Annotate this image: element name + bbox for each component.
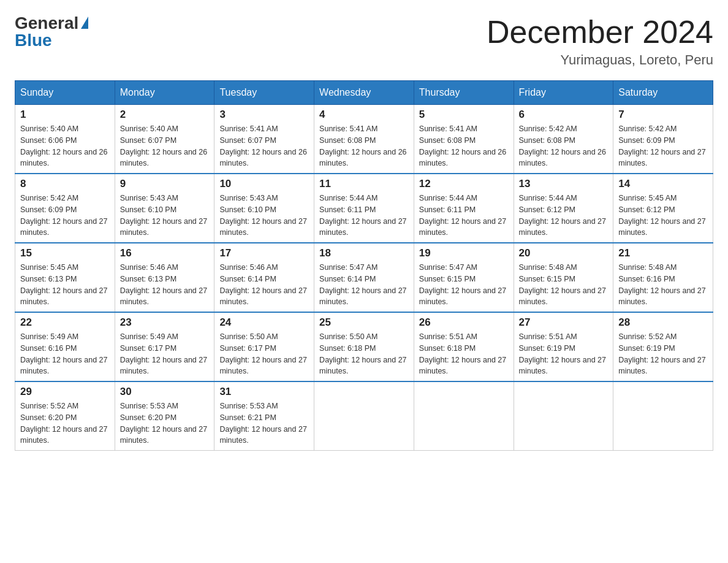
table-row: 15Sunrise: 5:45 AMSunset: 6:13 PMDayligh…	[15, 243, 115, 312]
day-info: Sunrise: 5:47 AMSunset: 6:15 PMDaylight:…	[419, 262, 509, 308]
table-row: 29Sunrise: 5:52 AMSunset: 6:20 PMDayligh…	[15, 381, 115, 451]
day-info: Sunrise: 5:50 AMSunset: 6:17 PMDaylight:…	[219, 331, 309, 377]
day-number: 31	[219, 386, 309, 398]
table-row	[414, 381, 514, 451]
logo: General Blue	[15, 15, 88, 49]
day-number: 6	[519, 109, 609, 121]
calendar-header-row: SundayMondayTuesdayWednesdayThursdayFrid…	[15, 81, 713, 105]
day-info: Sunrise: 5:50 AMSunset: 6:18 PMDaylight:…	[319, 331, 409, 377]
day-info: Sunrise: 5:42 AMSunset: 6:09 PMDaylight:…	[20, 193, 110, 239]
day-info: Sunrise: 5:45 AMSunset: 6:13 PMDaylight:…	[20, 262, 110, 308]
day-info: Sunrise: 5:46 AMSunset: 6:14 PMDaylight:…	[219, 262, 309, 308]
day-number: 10	[219, 178, 309, 190]
day-number: 5	[419, 109, 509, 121]
day-info: Sunrise: 5:42 AMSunset: 6:08 PMDaylight:…	[519, 123, 609, 169]
table-row: 27Sunrise: 5:51 AMSunset: 6:19 PMDayligh…	[514, 312, 613, 381]
table-row: 25Sunrise: 5:50 AMSunset: 6:18 PMDayligh…	[314, 312, 414, 381]
calendar-week-row: 8Sunrise: 5:42 AMSunset: 6:09 PMDaylight…	[15, 174, 713, 243]
day-info: Sunrise: 5:43 AMSunset: 6:10 PMDaylight:…	[120, 193, 210, 239]
table-row: 12Sunrise: 5:44 AMSunset: 6:11 PMDayligh…	[414, 174, 514, 243]
day-number: 22	[20, 316, 110, 329]
day-info: Sunrise: 5:40 AMSunset: 6:07 PMDaylight:…	[120, 123, 210, 169]
day-number: 19	[419, 247, 509, 259]
day-info: Sunrise: 5:47 AMSunset: 6:14 PMDaylight:…	[319, 262, 409, 308]
table-row: 24Sunrise: 5:50 AMSunset: 6:17 PMDayligh…	[214, 312, 314, 381]
day-number: 1	[20, 109, 110, 121]
day-number: 4	[319, 109, 409, 121]
table-row: 8Sunrise: 5:42 AMSunset: 6:09 PMDaylight…	[15, 174, 115, 243]
table-row: 10Sunrise: 5:43 AMSunset: 6:10 PMDayligh…	[214, 174, 314, 243]
day-number: 3	[219, 109, 309, 121]
calendar-header-saturday: Saturday	[613, 81, 713, 105]
day-number: 7	[618, 109, 708, 121]
table-row	[613, 381, 713, 451]
table-row: 20Sunrise: 5:48 AMSunset: 6:15 PMDayligh…	[514, 243, 613, 312]
day-number: 14	[618, 178, 708, 190]
day-info: Sunrise: 5:51 AMSunset: 6:18 PMDaylight:…	[419, 331, 509, 377]
table-row: 2Sunrise: 5:40 AMSunset: 6:07 PMDaylight…	[115, 105, 214, 174]
table-row	[314, 381, 414, 451]
day-number: 25	[319, 316, 409, 329]
calendar-header-friday: Friday	[514, 81, 613, 105]
logo-general-text: General	[15, 15, 78, 32]
day-info: Sunrise: 5:52 AMSunset: 6:19 PMDaylight:…	[618, 331, 708, 377]
calendar-header-sunday: Sunday	[15, 81, 115, 105]
day-info: Sunrise: 5:42 AMSunset: 6:09 PMDaylight:…	[618, 123, 708, 169]
table-row: 6Sunrise: 5:42 AMSunset: 6:08 PMDaylight…	[514, 105, 613, 174]
table-row: 5Sunrise: 5:41 AMSunset: 6:08 PMDaylight…	[414, 105, 514, 174]
table-row: 17Sunrise: 5:46 AMSunset: 6:14 PMDayligh…	[214, 243, 314, 312]
table-row: 23Sunrise: 5:49 AMSunset: 6:17 PMDayligh…	[115, 312, 214, 381]
day-number: 8	[20, 178, 110, 190]
calendar-week-row: 29Sunrise: 5:52 AMSunset: 6:20 PMDayligh…	[15, 381, 713, 451]
day-number: 20	[519, 247, 609, 259]
location-subtitle: Yurimaguas, Loreto, Peru	[487, 52, 713, 68]
table-row: 7Sunrise: 5:42 AMSunset: 6:09 PMDaylight…	[613, 105, 713, 174]
table-row: 1Sunrise: 5:40 AMSunset: 6:06 PMDaylight…	[15, 105, 115, 174]
day-info: Sunrise: 5:41 AMSunset: 6:08 PMDaylight:…	[419, 123, 509, 169]
day-number: 17	[219, 247, 309, 259]
day-info: Sunrise: 5:40 AMSunset: 6:06 PMDaylight:…	[20, 123, 110, 169]
day-number: 24	[219, 316, 309, 329]
day-number: 9	[120, 178, 210, 190]
day-number: 26	[419, 316, 509, 329]
calendar-week-row: 1Sunrise: 5:40 AMSunset: 6:06 PMDaylight…	[15, 105, 713, 174]
day-number: 13	[519, 178, 609, 190]
day-info: Sunrise: 5:48 AMSunset: 6:16 PMDaylight:…	[618, 262, 708, 308]
day-info: Sunrise: 5:53 AMSunset: 6:20 PMDaylight:…	[120, 400, 210, 446]
table-row: 16Sunrise: 5:46 AMSunset: 6:13 PMDayligh…	[115, 243, 214, 312]
calendar-week-row: 22Sunrise: 5:49 AMSunset: 6:16 PMDayligh…	[15, 312, 713, 381]
day-number: 11	[319, 178, 409, 190]
table-row: 26Sunrise: 5:51 AMSunset: 6:18 PMDayligh…	[414, 312, 514, 381]
table-row: 21Sunrise: 5:48 AMSunset: 6:16 PMDayligh…	[613, 243, 713, 312]
calendar-header-tuesday: Tuesday	[214, 81, 314, 105]
calendar-header-monday: Monday	[115, 81, 214, 105]
day-number: 27	[519, 316, 609, 329]
calendar-week-row: 15Sunrise: 5:45 AMSunset: 6:13 PMDayligh…	[15, 243, 713, 312]
calendar-header-wednesday: Wednesday	[314, 81, 414, 105]
table-row: 18Sunrise: 5:47 AMSunset: 6:14 PMDayligh…	[314, 243, 414, 312]
table-row: 28Sunrise: 5:52 AMSunset: 6:19 PMDayligh…	[613, 312, 713, 381]
logo-triangle-icon	[81, 17, 88, 29]
calendar-table: SundayMondayTuesdayWednesdayThursdayFrid…	[15, 80, 713, 451]
day-number: 23	[120, 316, 210, 329]
logo-blue-text: Blue	[15, 32, 52, 49]
day-number: 30	[120, 386, 210, 398]
day-info: Sunrise: 5:49 AMSunset: 6:17 PMDaylight:…	[120, 331, 210, 377]
day-number: 16	[120, 247, 210, 259]
day-info: Sunrise: 5:45 AMSunset: 6:12 PMDaylight:…	[618, 193, 708, 239]
day-info: Sunrise: 5:48 AMSunset: 6:15 PMDaylight:…	[519, 262, 609, 308]
day-info: Sunrise: 5:43 AMSunset: 6:10 PMDaylight:…	[219, 193, 309, 239]
day-info: Sunrise: 5:52 AMSunset: 6:20 PMDaylight:…	[20, 400, 110, 446]
day-number: 2	[120, 109, 210, 121]
day-number: 29	[20, 386, 110, 398]
day-number: 12	[419, 178, 509, 190]
table-row	[514, 381, 613, 451]
day-number: 15	[20, 247, 110, 259]
day-info: Sunrise: 5:41 AMSunset: 6:08 PMDaylight:…	[319, 123, 409, 169]
table-row: 19Sunrise: 5:47 AMSunset: 6:15 PMDayligh…	[414, 243, 514, 312]
table-row: 4Sunrise: 5:41 AMSunset: 6:08 PMDaylight…	[314, 105, 414, 174]
table-row: 13Sunrise: 5:44 AMSunset: 6:12 PMDayligh…	[514, 174, 613, 243]
table-row: 31Sunrise: 5:53 AMSunset: 6:21 PMDayligh…	[214, 381, 314, 451]
table-row: 11Sunrise: 5:44 AMSunset: 6:11 PMDayligh…	[314, 174, 414, 243]
day-number: 21	[618, 247, 708, 259]
